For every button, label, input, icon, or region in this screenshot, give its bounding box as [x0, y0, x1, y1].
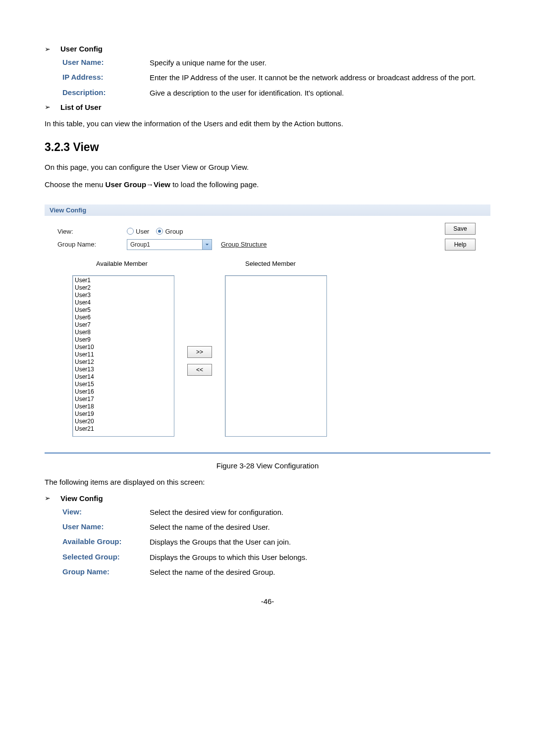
radio-group[interactable] — [156, 228, 163, 235]
bullet-icon: ➢ — [45, 494, 52, 502]
list-item[interactable]: User6 — [74, 314, 173, 321]
def-row: Available Group: Displays the Groups tha… — [62, 537, 490, 547]
view-config-defs: View: Select the desired view for config… — [62, 507, 490, 577]
items-displayed-para: The following items are displayed on thi… — [45, 477, 490, 487]
list-item[interactable]: User10 — [74, 344, 173, 351]
user-config-title: User Config — [60, 45, 103, 53]
def-desc: Displays the Groups to which this User b… — [150, 553, 490, 562]
def-label: User Name: — [62, 522, 150, 532]
def-desc: Give a description to the user for ident… — [150, 88, 490, 98]
groupname-row: Group Name: Group1 Group Structure — [57, 239, 478, 250]
def-row: Group Name: Select the name of the desir… — [62, 567, 490, 577]
list-item[interactable]: User8 — [74, 329, 173, 336]
list-item[interactable]: User4 — [74, 299, 173, 306]
chevron-down-icon — [202, 240, 212, 250]
list-item[interactable]: User11 — [74, 351, 173, 358]
def-label: IP Address: — [62, 73, 150, 83]
view-menu-para: Choose the menu User Group→View to load … — [45, 179, 490, 190]
page-number: -46- — [45, 597, 490, 605]
selected-member-header: Selected Member — [221, 260, 320, 267]
figure-caption: Figure 3-28 View Configuration — [45, 461, 490, 470]
list-item[interactable]: User21 — [74, 425, 173, 433]
view-radio-row: View: User Group — [57, 228, 478, 235]
move-left-button[interactable]: << — [187, 364, 212, 376]
list-item[interactable]: User5 — [74, 306, 173, 314]
def-label: Available Group: — [62, 537, 150, 547]
menu-para-b: User Group→View — [106, 180, 170, 189]
list-item[interactable]: User18 — [74, 403, 173, 410]
list-item[interactable]: User14 — [74, 373, 173, 381]
view-config-title: View Config — [60, 494, 103, 503]
view-intro-para: On this page, you can configure the User… — [45, 162, 490, 172]
list-item[interactable]: User12 — [74, 358, 173, 366]
list-of-user-title: List of User — [60, 103, 102, 111]
help-button[interactable]: Help — [445, 239, 476, 251]
mover-buttons: >> << — [174, 285, 225, 437]
groupname-label: Group Name: — [57, 241, 127, 248]
list-item[interactable]: User3 — [74, 292, 173, 299]
def-row: IP Address: Enter the IP Address of the … — [62, 73, 490, 83]
list-item[interactable]: User7 — [74, 321, 173, 329]
bullet-icon: ➢ — [45, 103, 52, 111]
list-item[interactable]: User19 — [74, 410, 173, 418]
selected-member-listbox[interactable] — [225, 275, 327, 437]
list-item[interactable]: User17 — [74, 396, 173, 403]
list-item[interactable]: User2 — [74, 284, 173, 292]
panel-right-buttons: Save Help — [445, 223, 476, 251]
group-structure-link[interactable]: Group Structure — [221, 241, 267, 248]
list-of-user-heading: ➢ List of User — [45, 103, 490, 111]
view-config-heading: ➢ View Config — [45, 494, 490, 503]
list-item[interactable]: User13 — [74, 366, 173, 373]
def-desc: Select the name of the desired Group. — [150, 567, 490, 577]
list-item[interactable]: User1 — [74, 277, 173, 284]
groupname-value: Group1 — [127, 241, 202, 248]
menu-para-a: Choose the menu — [45, 180, 106, 189]
save-button[interactable]: Save — [445, 223, 476, 235]
def-row: User Name: Specify a unique name for the… — [62, 58, 490, 68]
def-desc: Enter the IP Address of the user. It can… — [150, 73, 490, 83]
list-item[interactable]: User15 — [74, 381, 173, 388]
radio-user-label: User — [136, 228, 149, 235]
def-desc: Specify a unique name for the user. — [150, 58, 490, 68]
def-row: User Name: Select the name of the desire… — [62, 522, 490, 532]
def-label: Group Name: — [62, 567, 150, 577]
move-right-button[interactable]: >> — [187, 346, 212, 358]
bullet-icon: ➢ — [45, 45, 52, 53]
groupname-select[interactable]: Group1 — [127, 239, 212, 250]
panel-title: View Config — [45, 204, 490, 216]
view-label: View: — [57, 228, 127, 235]
user-config-defs: User Name: Specify a unique name for the… — [62, 58, 490, 98]
radio-group-label: Group — [165, 228, 183, 235]
section-heading-view: 3.2.3 View — [45, 141, 490, 154]
def-label: Description: — [62, 88, 150, 98]
list-item[interactable]: User16 — [74, 388, 173, 396]
def-row: View: Select the desired view for config… — [62, 507, 490, 517]
list-item[interactable]: User20 — [74, 418, 173, 425]
def-label: Selected Group: — [62, 553, 150, 562]
view-config-panel: View Config Save Help View: User Group G… — [45, 204, 490, 447]
def-row: Description: Give a description to the u… — [62, 88, 490, 98]
view-config-figure: View Config Save Help View: User Group G… — [45, 204, 490, 454]
def-desc: Displays the Groups that the User can jo… — [150, 537, 490, 547]
user-config-heading: ➢ User Config — [45, 45, 490, 53]
list-item[interactable]: User9 — [74, 336, 173, 344]
available-member-listbox[interactable]: User1User2User3User4User5User6User7User8… — [72, 275, 174, 437]
def-label: User Name: — [62, 58, 150, 68]
list-of-user-para: In this table, you can view the informat… — [45, 118, 490, 129]
def-desc: Select the desired view for configuratio… — [150, 507, 490, 517]
radio-user[interactable] — [127, 228, 134, 235]
def-desc: Select the name of the desired User. — [150, 522, 490, 532]
available-member-header: Available Member — [72, 260, 171, 267]
def-label: View: — [62, 507, 150, 517]
menu-para-c: to load the following page. — [170, 180, 259, 189]
def-row: Selected Group: Displays the Groups to w… — [62, 553, 490, 562]
